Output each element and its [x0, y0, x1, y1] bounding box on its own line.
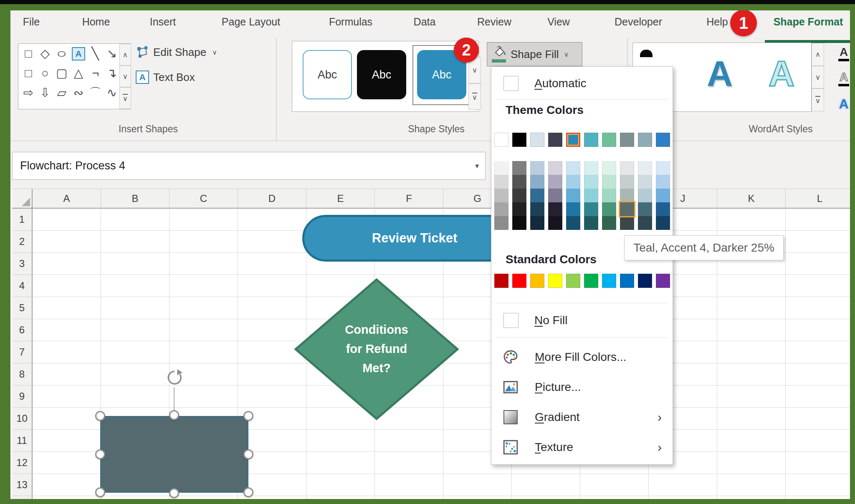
row-header-9[interactable]: 9: [12, 386, 33, 408]
standard-color-swatch[interactable]: [656, 274, 670, 288]
row-header-2[interactable]: 2: [12, 231, 33, 253]
freeform-icon[interactable]: ▱: [53, 87, 70, 99]
theme-variant-swatch[interactable]: [530, 189, 544, 202]
theme-variant-swatch[interactable]: [620, 202, 634, 216]
theme-variant-swatch[interactable]: [566, 161, 580, 175]
theme-variant-swatch[interactable]: [530, 161, 544, 175]
text-box-button[interactable]: A Text Box: [136, 71, 195, 84]
theme-variant-swatch[interactable]: [494, 216, 508, 230]
standard-color-swatch[interactable]: [584, 274, 598, 288]
column-header-A[interactable]: A: [33, 189, 101, 209]
menu-item-gradient[interactable]: Gradient›: [491, 402, 673, 432]
theme-variant-swatch[interactable]: [548, 202, 562, 216]
tab-review[interactable]: Review: [477, 10, 511, 33]
theme-color-swatch[interactable]: [638, 133, 652, 147]
edit-shape-button[interactable]: Edit Shape ∨: [136, 45, 217, 59]
down-arrow-icon[interactable]: ⇩: [37, 87, 53, 99]
scroll-down-icon[interactable]: ∨: [119, 66, 131, 87]
theme-variant-swatch[interactable]: [602, 216, 616, 230]
theme-variant-swatch[interactable]: [602, 175, 616, 189]
row-header-6[interactable]: 6: [12, 319, 33, 341]
standard-color-swatch[interactable]: [566, 274, 580, 288]
insert-shapes-gallery[interactable]: □◇○A╲↘□○▢△⌐↴⇨⇩▱∾⌒∿: [18, 43, 131, 109]
theme-variant-swatch[interactable]: [494, 161, 508, 175]
theme-variant-swatch[interactable]: [584, 175, 598, 189]
resize-handle[interactable]: [169, 410, 179, 420]
theme-variant-swatch[interactable]: [638, 161, 652, 175]
theme-variant-swatch[interactable]: [548, 175, 562, 189]
column-header-D[interactable]: D: [238, 189, 306, 209]
theme-color-swatch[interactable]: [656, 133, 670, 147]
theme-color-swatch[interactable]: [620, 133, 634, 147]
tab-insert[interactable]: Insert: [150, 10, 176, 33]
theme-variant-swatch[interactable]: [566, 175, 580, 189]
column-header-B[interactable]: B: [101, 189, 169, 209]
shapes-gallery-scrollbar[interactable]: ∧ ∨ ∨: [119, 44, 131, 109]
shape-style-black[interactable]: Abc: [357, 50, 406, 99]
rectangle-icon[interactable]: □: [20, 48, 37, 60]
resize-handle[interactable]: [243, 487, 253, 497]
theme-variant-swatch[interactable]: [656, 202, 670, 216]
row-header-10[interactable]: 10: [12, 408, 33, 430]
theme-color-swatch[interactable]: [494, 133, 508, 147]
row-header-12[interactable]: 12: [12, 452, 33, 474]
name-box[interactable]: Flowchart: Process 4 ▼: [12, 152, 486, 180]
theme-variant-swatch[interactable]: [656, 161, 670, 175]
styles-gallery-scrollbar[interactable]: ∨ ∨: [468, 57, 481, 110]
resize-handle[interactable]: [169, 488, 179, 498]
resize-handle[interactable]: [243, 411, 253, 421]
theme-color-swatch[interactable]: [512, 133, 526, 147]
rotation-handle-icon[interactable]: [165, 368, 184, 387]
elbow-arrow-icon[interactable]: ↴: [104, 67, 120, 79]
gallery-more-icon[interactable]: ∨: [812, 88, 824, 111]
scroll-up-icon[interactable]: ∧: [119, 44, 131, 66]
row-header-11[interactable]: 11: [12, 430, 33, 452]
rounded-rectangle-icon[interactable]: ▢: [53, 67, 70, 79]
theme-variant-swatch[interactable]: [548, 161, 562, 175]
shape-fill-button[interactable]: Shape Fill ∨: [487, 42, 582, 66]
shape-style-white[interactable]: Abc: [303, 50, 352, 99]
theme-variant-swatch[interactable]: [530, 202, 544, 216]
gallery-more-icon[interactable]: ∨: [468, 83, 481, 110]
theme-variant-swatch[interactable]: [494, 189, 508, 202]
theme-color-swatch[interactable]: [584, 133, 598, 147]
wordart-style-blue[interactable]: A: [707, 55, 733, 91]
theme-color-swatch[interactable]: [548, 133, 562, 147]
scribble-icon[interactable]: ∾: [70, 87, 87, 99]
arrow-line-icon[interactable]: ↘: [104, 48, 120, 60]
menu-item-no-fill[interactable]: No Fill: [491, 309, 673, 332]
theme-variant-swatch[interactable]: [638, 216, 652, 230]
theme-variant-swatch[interactable]: [656, 189, 670, 202]
right-arrow-icon[interactable]: ⇨: [20, 87, 37, 99]
theme-variant-swatch[interactable]: [530, 175, 544, 189]
select-all-button[interactable]: [12, 189, 33, 209]
standard-color-swatch[interactable]: [530, 274, 544, 288]
theme-variant-swatch[interactable]: [530, 216, 544, 230]
resize-handle[interactable]: [95, 411, 105, 421]
column-header-L[interactable]: L: [786, 189, 854, 209]
theme-variant-swatch[interactable]: [656, 216, 670, 230]
wordart-scrollbar[interactable]: ∧ ∨ ∨: [812, 43, 824, 111]
theme-variant-swatch[interactable]: [548, 189, 562, 202]
resize-handle[interactable]: [243, 449, 253, 459]
tab-developer[interactable]: Developer: [615, 10, 662, 33]
scroll-down-icon[interactable]: ∨: [812, 66, 824, 89]
row-header-7[interactable]: 7: [12, 341, 33, 363]
tab-file[interactable]: File: [23, 10, 40, 33]
flowchart-decision-shape[interactable]: Conditions for Refund Met?: [292, 276, 461, 422]
theme-variant-swatch[interactable]: [512, 189, 526, 202]
theme-variant-swatch[interactable]: [566, 189, 580, 202]
triangle-icon[interactable]: △: [70, 67, 87, 79]
elbow-connector-icon[interactable]: ⌐: [87, 67, 104, 79]
theme-variant-swatch[interactable]: [566, 202, 580, 216]
tab-formulas[interactable]: Formulas: [329, 10, 372, 33]
resize-handle[interactable]: [95, 449, 105, 459]
theme-variant-swatch[interactable]: [656, 175, 670, 189]
standard-color-swatch[interactable]: [638, 274, 652, 288]
gallery-more-icon[interactable]: ∨: [119, 87, 131, 109]
theme-color-swatch[interactable]: [530, 133, 544, 147]
row-header-13[interactable]: 13: [12, 474, 33, 496]
tab-shape-format[interactable]: Shape Format: [774, 10, 843, 33]
flowchart-process-rectangle-selected[interactable]: [100, 416, 248, 493]
scroll-up-icon[interactable]: ∧: [812, 43, 824, 66]
